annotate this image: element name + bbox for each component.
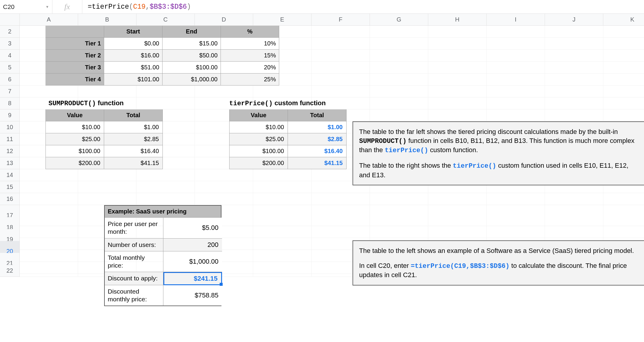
select-all-corner[interactable] (0, 14, 20, 26)
cell[interactable]: $200.00 (229, 157, 288, 169)
saas-label[interactable]: Discounted monthly price: (105, 285, 163, 306)
cell[interactable]: $41.15 (288, 157, 347, 169)
row-header-2[interactable]: 2 (0, 26, 20, 38)
sumproduct-title: SUMPRODUCT() function (48, 99, 124, 107)
saas-label[interactable]: Total monthly price: (105, 251, 163, 272)
col-header-G[interactable]: G (370, 14, 428, 26)
tiers-row-label[interactable]: Tier 3 (45, 62, 104, 74)
cell[interactable]: $100.00 (229, 145, 288, 157)
note-text: In cell C20, enter (359, 262, 411, 269)
cell[interactable]: $51.00 (104, 62, 162, 74)
tiers-header-end[interactable]: End (162, 26, 221, 38)
note-code: =tierPrice(C19,$B$3:$D$6) (411, 262, 509, 270)
tierprice-header-total[interactable]: Total (288, 109, 347, 121)
tierprice-title: tierPrice() custom function (229, 99, 326, 107)
col-header-K[interactable]: K (603, 14, 644, 26)
col-header-J[interactable]: J (545, 14, 603, 26)
cell[interactable]: 200 (163, 239, 222, 251)
col-header-B[interactable]: B (78, 14, 136, 26)
formula-arg2: $B$3:$D$6 (150, 3, 187, 11)
cell[interactable]: 10% (221, 38, 279, 50)
row-header-9[interactable]: 9 (0, 109, 20, 121)
saas-label[interactable]: Number of users: (105, 239, 163, 251)
cell[interactable]: $25.00 (45, 133, 104, 145)
row-header-7[interactable]: 7 (0, 86, 20, 97)
tiers-header-pct[interactable]: % (221, 26, 279, 38)
formula-input[interactable]: =tierPrice(C19,$B$3:$D$6) (82, 0, 644, 13)
tiers-row-label[interactable]: Tier 1 (45, 38, 104, 50)
cell[interactable]: $1.00 (104, 121, 163, 133)
col-header-C[interactable]: C (136, 14, 195, 26)
formula-bar: C20 ▼ fx =tierPrice(C19,$B$3:$D$6) (0, 0, 644, 14)
saas-label[interactable]: Discount to apply: (105, 272, 163, 285)
note-text: The table to the far left shows the tier… (359, 128, 618, 135)
cell[interactable]: $100.00 (45, 145, 104, 157)
col-header-A[interactable]: A (20, 14, 78, 26)
cell[interactable]: $0.00 (104, 38, 162, 50)
cell[interactable]: $16.40 (288, 145, 347, 157)
tiers-row-label[interactable]: Tier 2 (45, 50, 104, 62)
cell[interactable]: $16.00 (104, 50, 162, 62)
cell[interactable]: 15% (221, 50, 279, 62)
sumproduct-fn-name: SUMPRODUCT() (48, 100, 96, 107)
saas-label[interactable]: Price per user per month: (105, 218, 163, 239)
name-box-dropdown-icon[interactable]: ▼ (45, 5, 49, 9)
note-text: custom function. (428, 146, 478, 154)
cell[interactable]: 25% (221, 74, 279, 86)
row-header-15[interactable]: 15 (0, 181, 20, 193)
row-header-11[interactable]: 11 (0, 133, 20, 145)
tiers-header-start[interactable]: Start (104, 26, 162, 38)
tiers-table: Start End % Tier 1 $0.00 $15.00 10% Tier… (45, 26, 280, 86)
name-box[interactable]: C20 ▼ (0, 0, 52, 13)
cell[interactable]: $41.15 (104, 157, 163, 169)
sumproduct-header-value[interactable]: Value (45, 109, 104, 121)
cell[interactable]: $1.00 (288, 121, 347, 133)
cell[interactable]: $10.00 (45, 121, 104, 133)
selected-cell[interactable]: $241.15 (163, 272, 222, 285)
col-header-E[interactable]: E (253, 14, 312, 26)
cell[interactable]: $1,000.00 (163, 251, 222, 272)
cell[interactable]: $100.00 (162, 62, 221, 74)
cell[interactable]: $10.00 (229, 121, 288, 133)
cell[interactable]: $15.00 (162, 38, 221, 50)
row-header-22[interactable]: 22 (0, 265, 20, 277)
row-header-3[interactable]: 3 (0, 38, 20, 50)
tierprice-header-value[interactable]: Value (229, 109, 288, 121)
spreadsheet-grid[interactable]: A B C D E F G H I J K 2 3 4 5 6 7 8 9 10… (0, 14, 644, 342)
note-code: tierPrice() (453, 162, 496, 170)
row-header-4[interactable]: 4 (0, 50, 20, 62)
row-header-8[interactable]: 8 (0, 97, 20, 109)
formula-arg1: C19 (133, 3, 145, 11)
cell[interactable]: $1,000.00 (162, 74, 221, 86)
col-header-F[interactable]: F (312, 14, 370, 26)
row-header-14[interactable]: 14 (0, 169, 20, 181)
cell[interactable]: $5.00 (163, 218, 222, 239)
col-header-H[interactable]: H (428, 14, 487, 26)
note-box-2: The table to the left shows an example o… (353, 240, 644, 285)
cell[interactable]: $50.00 (162, 50, 221, 62)
row-header-6[interactable]: 6 (0, 74, 20, 86)
row-header-5[interactable]: 5 (0, 62, 20, 74)
row-header-10[interactable]: 10 (0, 121, 20, 133)
note-text: The table to the right shows the (359, 162, 453, 169)
tiers-row-label[interactable]: Tier 4 (45, 74, 104, 86)
sumproduct-fn-rest: function (96, 99, 124, 107)
row-header-12[interactable]: 12 (0, 145, 20, 157)
cell[interactable]: $101.00 (104, 74, 162, 86)
row-header-16[interactable]: 16 (0, 193, 20, 205)
col-header-D[interactable]: D (195, 14, 253, 26)
row-header-13[interactable]: 13 (0, 157, 20, 169)
cell[interactable]: $2.85 (288, 133, 347, 145)
tierprice-table: Value Total $10.00$1.00 $25.00$2.85 $100… (229, 109, 347, 169)
col-header-I[interactable]: I (487, 14, 545, 26)
cell[interactable]: $25.00 (229, 133, 288, 145)
cell[interactable]: $758.85 (163, 285, 222, 306)
fx-icon: fx (52, 0, 82, 13)
sumproduct-header-total[interactable]: Total (104, 109, 163, 121)
cell[interactable]: $200.00 (45, 157, 104, 169)
cell[interactable]: $16.40 (104, 145, 163, 157)
saas-title[interactable]: Example: SaaS user pricing (105, 206, 221, 218)
tierprice-fn-rest: custom function (273, 99, 326, 107)
cell[interactable]: 20% (221, 62, 279, 74)
cell[interactable]: $2.85 (104, 133, 163, 145)
